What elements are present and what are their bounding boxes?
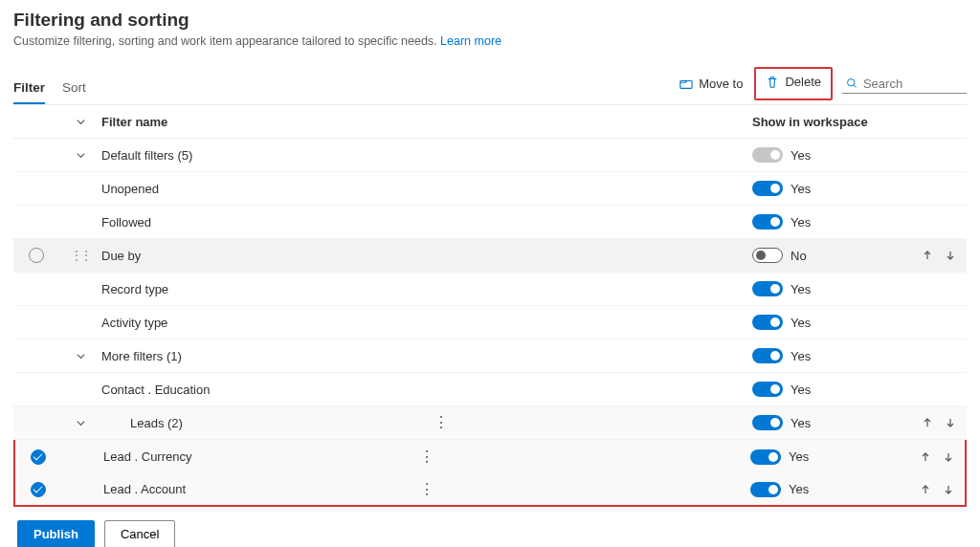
table-header: Filter name Show in workspace (13, 105, 967, 139)
folder-move-icon (679, 77, 693, 91)
row-checkbox[interactable] (31, 482, 46, 497)
table-row[interactable]: Unopened Yes (13, 172, 967, 206)
row-checkbox[interactable] (29, 248, 44, 263)
toggle-switch[interactable] (750, 449, 781, 465)
row-more-icon[interactable]: ⋮ (410, 482, 444, 497)
row-checkbox[interactable] (31, 449, 46, 465)
move-down-button[interactable] (942, 247, 959, 264)
table-row[interactable]: More filters (1) Yes (13, 339, 967, 373)
table-row[interactable]: Activity type Yes (13, 306, 967, 339)
chevron-down-icon[interactable] (72, 146, 89, 164)
toggle-disabled (752, 147, 783, 163)
table-row[interactable]: Lead . Currency⋮ Yes (13, 440, 967, 473)
table-row[interactable]: ⋮⋮ Due by No (13, 239, 967, 273)
row-label: Activity type (101, 316, 167, 330)
move-to-button[interactable]: Move to (672, 73, 750, 95)
chevron-down-icon[interactable] (72, 347, 89, 364)
table-row[interactable]: Contact . Education Yes (13, 373, 967, 406)
learn-more-link[interactable]: Learn more (440, 34, 501, 48)
toggle-switch[interactable] (752, 281, 783, 296)
row-label: More filters (1) (101, 349, 182, 363)
column-show-in-workspace[interactable]: Show in workspace (752, 115, 915, 129)
toggle-switch[interactable] (752, 248, 783, 263)
row-label: Contact . Education (101, 383, 210, 397)
row-label: Due by (101, 249, 141, 263)
row-label: Lead . Currency (103, 449, 410, 464)
move-down-button[interactable] (940, 481, 957, 498)
table-row[interactable]: Record type Yes (13, 273, 967, 306)
cancel-button[interactable]: Cancel (104, 520, 175, 547)
toggle-switch[interactable] (752, 315, 783, 330)
move-up-button[interactable] (919, 414, 936, 431)
toggle-switch[interactable] (750, 482, 781, 497)
column-filter-name[interactable]: Filter name (101, 115, 752, 129)
svg-point-1 (847, 79, 854, 86)
row-label: Unopened (101, 182, 159, 196)
search-input-wrap[interactable] (842, 75, 967, 94)
chevron-down-icon[interactable] (72, 414, 89, 431)
move-down-button[interactable] (940, 449, 957, 466)
publish-button[interactable]: Publish (17, 520, 95, 547)
toggle-switch[interactable] (752, 415, 783, 430)
row-label: Followed (101, 215, 151, 230)
page-subtitle: Customize filtering, sorting and work it… (13, 34, 967, 48)
table-row[interactable]: Default filters (5) Yes (13, 139, 967, 172)
table-row[interactable]: Leads (2)⋮ Yes (13, 406, 967, 440)
collapse-all-chevron[interactable] (72, 113, 89, 130)
row-label: Default filters (5) (101, 148, 752, 163)
move-up-button[interactable] (917, 481, 934, 498)
row-more-icon[interactable]: ⋮ (424, 415, 458, 430)
row-more-icon[interactable]: ⋮ (410, 449, 444, 465)
trash-icon (766, 76, 779, 89)
tab-sort[interactable]: Sort (62, 75, 86, 104)
row-label: Record type (101, 282, 168, 296)
table-row[interactable]: Lead . Account⋮ Yes (13, 473, 967, 507)
drag-handle-icon[interactable]: ⋮⋮ (71, 249, 90, 262)
tab-filter[interactable]: Filter (13, 75, 45, 104)
tab-bar: Filter Sort (13, 75, 86, 104)
toggle-switch[interactable] (752, 181, 783, 196)
table-row[interactable]: Followed Yes (13, 206, 967, 239)
toggle-switch[interactable] (752, 348, 783, 363)
move-up-button[interactable] (917, 449, 934, 466)
delete-button[interactable]: Delete (758, 71, 829, 93)
toggle-switch[interactable] (752, 382, 783, 397)
row-label: Leads (2) (101, 416, 424, 430)
search-input[interactable] (863, 77, 963, 91)
move-down-button[interactable] (942, 414, 959, 431)
move-up-button[interactable] (919, 247, 936, 264)
page-title: Filtering and sorting (13, 10, 967, 31)
toggle-switch[interactable] (752, 214, 783, 230)
row-label: Lead . Account (103, 482, 410, 496)
search-icon (846, 77, 858, 90)
